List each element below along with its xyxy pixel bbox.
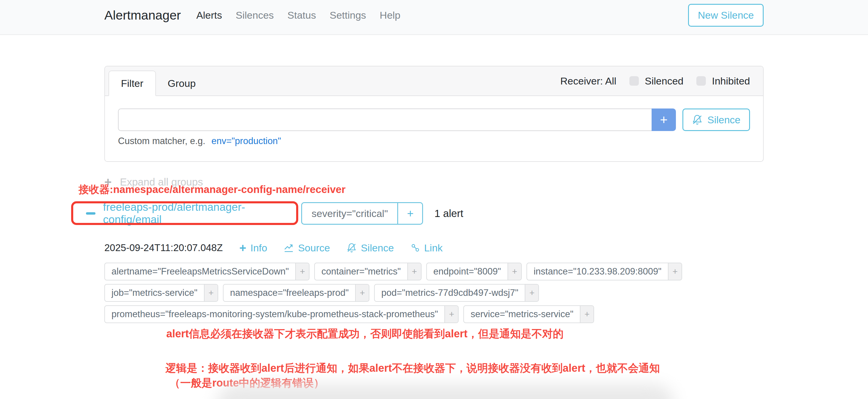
label-add-button[interactable]: + bbox=[507, 263, 521, 280]
add-matcher-button[interactable]: + bbox=[652, 109, 676, 131]
label-add-button[interactable]: + bbox=[525, 284, 538, 301]
group-matcher-add-button[interactable]: + bbox=[397, 203, 422, 224]
label-add-button[interactable]: + bbox=[295, 263, 309, 280]
label-tag: pod="metrics-77d9cdb497-wdsj7" + bbox=[374, 284, 539, 302]
filter-options: Receiver: All Silenced Inhibited bbox=[560, 66, 750, 95]
alert-silence-link[interactable]: Silence bbox=[346, 242, 394, 254]
alert-labels: alertname="FreeleapsMetricsServiceDown" … bbox=[104, 263, 764, 323]
link-link-label: Link bbox=[424, 242, 443, 254]
source-link-label: Source bbox=[298, 242, 330, 254]
link-icon bbox=[410, 243, 420, 252]
filter-card-header: Filter Group Receiver: All Silenced Inhi… bbox=[105, 66, 763, 96]
alert-group-row: freeleaps-prod/alertmanager-config/email… bbox=[86, 202, 764, 225]
label-add-button[interactable]: + bbox=[580, 306, 593, 323]
navbar: Alertmanager Alerts Silences Status Sett… bbox=[0, 0, 868, 35]
bell-slash-icon bbox=[692, 115, 703, 125]
receiver-group-toggle[interactable]: freeleaps-prod/alertmanager-config/email bbox=[86, 201, 301, 226]
app-brand[interactable]: Alertmanager bbox=[104, 8, 181, 23]
tab-filter[interactable]: Filter bbox=[108, 70, 156, 96]
silenced-checkbox[interactable] bbox=[629, 76, 639, 86]
filter-card-body: + Silence Custom matcher, e.g. env="prod… bbox=[105, 96, 763, 161]
label-tag: namespace="freeleaps-prod" + bbox=[223, 284, 369, 302]
alert-meta-row: 2025-09-24T11:20:07.048Z + Info Source bbox=[104, 241, 764, 255]
annotation-config-note: alert信息必须在接收器下才表示配置成功，否则即使能看到alert，但是通知是… bbox=[166, 327, 764, 341]
label-add-button[interactable]: + bbox=[407, 263, 421, 280]
label-tag-value[interactable]: pod="metrics-77d9cdb497-wdsj7" bbox=[375, 284, 525, 301]
inhibited-label[interactable]: Inhibited bbox=[712, 75, 750, 87]
info-link-label: Info bbox=[250, 242, 268, 254]
matcher-hint: Custom matcher, e.g. env="production" bbox=[118, 136, 750, 147]
matcher-input-group: + Silence bbox=[118, 109, 750, 131]
annotation-logic-line1: 逻辑是：接收器收到alert后进行通知，如果alert不在接收器下，说明接收器没… bbox=[165, 361, 764, 376]
nav-item-help[interactable]: Help bbox=[380, 9, 401, 21]
alert-info-link[interactable]: + Info bbox=[239, 242, 267, 254]
label-tag: endpoint="8009" + bbox=[426, 263, 522, 280]
receiver-filter[interactable]: Receiver: All bbox=[560, 75, 616, 87]
label-tag-value[interactable]: namespace="freeleaps-prod" bbox=[223, 284, 355, 301]
silenced-checkbox-group: Silenced bbox=[629, 75, 683, 87]
bottom-shadow bbox=[216, 384, 675, 399]
label-tag-value[interactable]: container="metrics" bbox=[315, 263, 407, 280]
label-add-button[interactable]: + bbox=[355, 284, 369, 301]
silence-button-label: Silence bbox=[707, 114, 741, 126]
main-content: Filter Group Receiver: All Silenced Inhi… bbox=[104, 66, 764, 390]
alert-count: 1 alert bbox=[434, 208, 463, 219]
nav-item-status[interactable]: Status bbox=[287, 9, 316, 21]
chart-line-icon bbox=[284, 243, 294, 253]
group-matcher-label[interactable]: severity="critical" bbox=[302, 203, 397, 224]
hint-text: Custom matcher, e.g. bbox=[118, 136, 206, 146]
new-silence-button[interactable]: New Silence bbox=[688, 4, 764, 27]
label-tag-value[interactable]: instance="10.233.98.209:8009" bbox=[527, 263, 668, 280]
silence-button[interactable]: Silence bbox=[682, 109, 750, 131]
label-tag: alertname="FreeleapsMetricsServiceDown" … bbox=[104, 263, 309, 280]
inhibited-checkbox-group: Inhibited bbox=[696, 75, 750, 87]
label-tag: container="metrics" + bbox=[314, 263, 422, 280]
filter-card: Filter Group Receiver: All Silenced Inhi… bbox=[104, 66, 764, 162]
label-tag-value[interactable]: job="metrics-service" bbox=[105, 284, 204, 301]
label-tag: job="metrics-service" + bbox=[104, 284, 218, 302]
label-tag-value[interactable]: prometheus="freeleaps-monitoring-system/… bbox=[105, 306, 444, 323]
label-tag-value[interactable]: service="metrics-service" bbox=[464, 306, 580, 323]
matcher-input[interactable] bbox=[118, 109, 652, 131]
silenced-label[interactable]: Silenced bbox=[645, 75, 683, 87]
label-row: alertname="FreeleapsMetricsServiceDown" … bbox=[104, 263, 764, 280]
annotation-receiver-note: 接收器:namespace/altermanager-config-name/r… bbox=[79, 183, 346, 196]
hint-example-link[interactable]: env="production" bbox=[211, 136, 281, 146]
alert-source-link[interactable]: Source bbox=[284, 242, 330, 254]
label-add-button[interactable]: + bbox=[204, 284, 218, 301]
bell-slash-icon bbox=[346, 243, 356, 253]
nav-item-alerts[interactable]: Alerts bbox=[196, 9, 222, 21]
label-tag: instance="10.233.98.209:8009" + bbox=[526, 263, 682, 280]
label-tag-value[interactable]: alertname="FreeleapsMetricsServiceDown" bbox=[105, 263, 295, 280]
nav-item-silences[interactable]: Silences bbox=[236, 9, 274, 21]
inhibited-checkbox[interactable] bbox=[696, 76, 706, 86]
silence-link-label: Silence bbox=[361, 242, 394, 254]
alert-timestamp: 2025-09-24T11:20:07.048Z bbox=[104, 242, 223, 253]
label-add-button[interactable]: + bbox=[668, 263, 682, 280]
label-tag: service="metrics-service" + bbox=[463, 305, 594, 323]
collapse-minus-icon bbox=[86, 212, 95, 215]
plus-icon: + bbox=[239, 242, 246, 254]
label-tag: prometheus="freeleaps-monitoring-system/… bbox=[104, 305, 459, 323]
alert-external-link[interactable]: Link bbox=[410, 242, 443, 254]
receiver-group-name: freeleaps-prod/alertmanager-config/email bbox=[103, 201, 301, 226]
group-matcher-chip: severity="critical" + bbox=[301, 202, 423, 225]
nav-links: Alerts Silences Status Settings Help bbox=[196, 9, 401, 21]
label-add-button[interactable]: + bbox=[444, 306, 458, 323]
nav-item-settings[interactable]: Settings bbox=[330, 9, 366, 21]
filter-tabs: Filter Group bbox=[108, 70, 208, 96]
label-row: prometheus="freeleaps-monitoring-system/… bbox=[104, 305, 764, 323]
tab-group[interactable]: Group bbox=[156, 70, 208, 96]
label-row: job="metrics-service" + namespace="freel… bbox=[104, 284, 764, 302]
label-tag-value[interactable]: endpoint="8009" bbox=[427, 263, 507, 280]
